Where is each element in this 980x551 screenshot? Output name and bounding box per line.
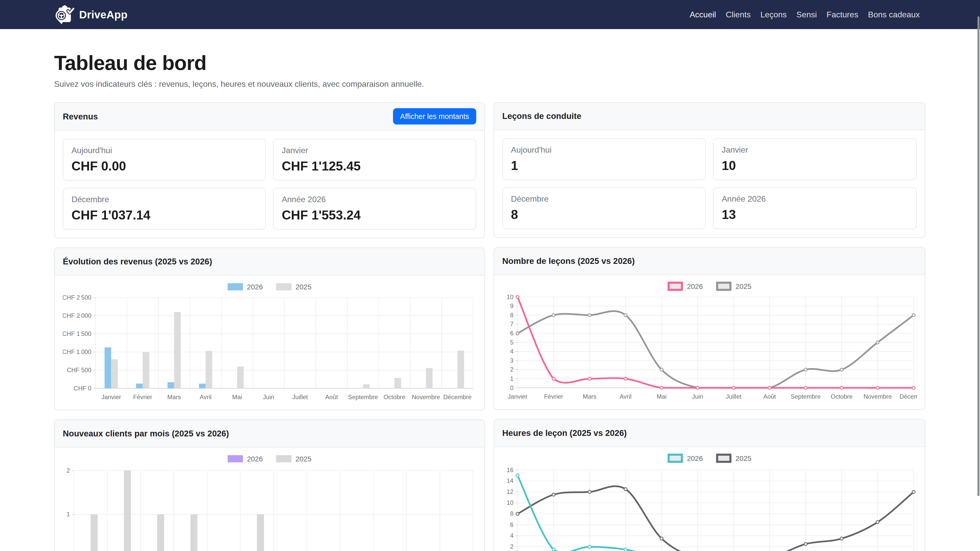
svg-text:5: 5 [510,339,513,346]
svg-text:2: 2 [510,366,513,373]
nav-link-clients[interactable]: Clients [722,6,755,23]
stat-revenue-year: Année 2026 CHF 1'553.24 [273,188,476,230]
stat-lessons-december: Décembre 8 [502,187,706,229]
lessons-count-title: Nombre de leçons (2025 vs 2026) [502,256,635,266]
svg-text:2: 2 [510,543,513,550]
revenue-card-body: Aujourd'hui CHF 0.00 Janvier CHF 1'125.4… [55,131,485,238]
legend-label: 2026 [687,282,703,291]
svg-text:Avril: Avril [200,394,212,400]
new-clients-card: Nouveaux clients par mois (2025 vs 2026)… [54,419,485,551]
lesson-hours-title: Heures de leçon (2025 vs 2026) [502,428,627,438]
svg-text:2: 2 [67,467,70,474]
legend-swatch [668,282,683,291]
legend-swatch [716,454,731,463]
svg-text:8: 8 [510,311,513,319]
legend-item-2026[interactable]: 2026 [228,455,262,463]
new-clients-title: Nouveaux clients par mois (2025 vs 2026) [63,429,229,438]
nav-link-bons-cadeaux[interactable]: Bons cadeaux [864,6,924,23]
viewport: DriveApp AccueilClientsLeçonsSensiFactur… [0,0,980,551]
revenue-card-title: Revenus [63,111,98,121]
stat-revenue-today: Aujourd'hui CHF 0.00 [63,139,266,181]
lesson-hours-card: Heures de leçon (2025 vs 2026) 20262025 … [493,419,925,551]
nav-link-factures[interactable]: Factures [822,6,862,23]
legend-swatch [716,282,731,291]
revenue-evolution-legend: 20262025 [63,282,476,292]
svg-text:4: 4 [510,532,513,539]
svg-text:Juillet: Juillet [726,393,741,400]
svg-text:CHF 1 500: CHF 1 500 [63,330,91,337]
revenue-evolution-header: Évolution des revenus (2025 vs 2026) [55,248,485,276]
lesson-hours-chart: 0246810121416JanvierFévrierMarsAvrilMaiJ… [502,466,918,551]
revenue-evolution-card: Évolution des revenus (2025 vs 2026) 202… [54,248,485,410]
legend-item-2025[interactable]: 2025 [716,454,751,463]
svg-text:Septembre: Septembre [791,393,821,400]
lessons-count-card: Nombre de leçons (2025 vs 2026) 20262025… [493,247,925,410]
svg-text:Mai: Mai [657,393,667,400]
show-amounts-button[interactable]: Afficher les montants [393,108,476,125]
svg-text:9: 9 [510,302,513,309]
lesson-hours-header: Heures de leçon (2025 vs 2026) [494,419,925,447]
new-clients-legend: 20262025 [63,454,476,464]
dashboard-grid: Revenus Afficher les montants Aujourd'hu… [54,102,980,551]
legend-label: 2025 [296,455,312,463]
svg-text:3: 3 [510,357,513,364]
driving-lessons-title: Leçons de conduite [502,111,581,121]
svg-text:Avril: Avril [620,393,632,400]
svg-text:CHF 1 000: CHF 1 000 [63,348,91,355]
svg-text:Octobre: Octobre [830,393,852,400]
svg-text:1: 1 [510,375,513,382]
lessons-count-chart: 012345678910JanvierFévrierMarsAvrilMaiJu… [502,294,918,402]
svg-text:CHF 500: CHF 500 [67,367,91,373]
lessons-count-legend: 20262025 [502,281,917,291]
svg-text:Août: Août [763,393,776,400]
stat-lessons-today: Aujourd'hui 1 [502,138,706,180]
stat-revenue-january: Janvier CHF 1'125.45 [273,139,476,181]
legend-label: 2026 [247,283,262,291]
legend-item-2025[interactable]: 2025 [276,455,312,463]
legend-item-2026[interactable]: 2026 [668,282,703,291]
svg-text:14: 14 [507,478,514,484]
driving-lessons-card: Leçons de conduite Aujourd'hui 1 Janvier… [493,102,925,238]
svg-text:Septembre: Septembre [348,394,378,400]
svg-text:CHF 2 500: CHF 2 500 [63,295,91,301]
svg-text:10: 10 [507,294,514,300]
left-column: Revenus Afficher les montants Aujourd'hu… [54,102,485,551]
legend-label: 2025 [735,282,751,291]
svg-text:Janvier: Janvier [101,394,121,400]
svg-text:CHF 2 000: CHF 2 000 [63,312,91,319]
svg-text:4: 4 [510,348,513,355]
lessons-count-header: Nombre de leçons (2025 vs 2026) [494,248,925,275]
legend-item-2025[interactable]: 2025 [716,282,751,291]
page-title: Tableau de bord [54,52,980,75]
legend-item-2026[interactable]: 2026 [668,454,703,463]
scrollbar[interactable] [977,16,980,496]
new-clients-chart: 012JanvierFévrierMarsAvrilMaiJuinJuillet… [63,467,477,551]
svg-text:CHF 0: CHF 0 [74,385,91,392]
legend-swatch [228,283,243,291]
svg-text:12: 12 [507,488,514,495]
brand[interactable]: DriveApp [54,4,128,25]
svg-text:Novembre: Novembre [864,393,892,400]
nav-link-sensi[interactable]: Sensi [792,6,821,23]
svg-text:Mars: Mars [167,394,181,400]
legend-swatch [228,455,243,462]
driving-lessons-header: Leçons de conduite [494,103,925,130]
brand-name: DriveApp [79,8,128,21]
nav-link-accueil[interactable]: Accueil [686,6,720,23]
legend-label: 2026 [687,454,703,462]
svg-text:8: 8 [510,510,513,517]
revenue-card: Revenus Afficher les montants Aujourd'hu… [54,102,485,238]
stat-revenue-december: Décembre CHF 1'037.14 [63,188,266,230]
svg-text:Février: Février [544,393,563,400]
legend-item-2025[interactable]: 2025 [276,283,312,291]
svg-text:Octobre: Octobre [384,394,406,400]
nav-links: AccueilClientsLeçonsSensiFacturesBons ca… [686,6,924,23]
right-column: Leçons de conduite Aujourd'hui 1 Janvier… [493,102,925,551]
legend-item-2026[interactable]: 2026 [228,283,262,291]
nav-link-leçons[interactable]: Leçons [756,6,791,23]
legend-label: 2025 [735,454,751,462]
main-content: Tableau de bord Suivez vos indicateurs c… [0,29,980,551]
revenue-evolution-chart: CHF 0CHF 500CHF 1 000CHF 1 500CHF 2 000C… [63,295,477,403]
legend-swatch [276,283,291,291]
svg-text:Janvier: Janvier [508,393,527,400]
